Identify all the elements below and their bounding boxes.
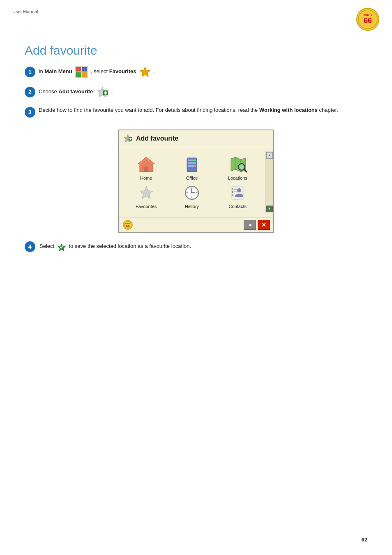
dialog-box: Add favourite Home xyxy=(118,130,274,233)
step-1-text: In Main Menu , select Favourites . xyxy=(39,66,155,78)
svg-line-35 xyxy=(244,169,247,172)
svg-text:66: 66 xyxy=(364,16,372,25)
dialog-item-locations[interactable]: Locations xyxy=(217,155,259,180)
svg-rect-6 xyxy=(82,67,87,72)
step4-text-before: Select xyxy=(39,243,56,249)
svg-rect-48 xyxy=(232,191,233,193)
home-label: Home xyxy=(140,176,152,180)
favourites-star-icon xyxy=(139,66,151,78)
main-menu-icon xyxy=(75,66,88,78)
dialog-item-favourites[interactable]: Favourites xyxy=(125,184,167,209)
dialog-footer-buttons: ◄ ✕ xyxy=(244,220,270,230)
step-2-text: Choose Add favourite . xyxy=(39,86,113,99)
contacts-label: Contacts xyxy=(229,204,247,209)
step-4-circle: 4 xyxy=(25,241,35,252)
dialog-item-history[interactable]: History xyxy=(171,184,213,209)
step-3-text: Decide how to find the favourite you wan… xyxy=(39,106,338,115)
dialog-footer-logo: ROUTE 66 xyxy=(122,220,134,230)
svg-point-27 xyxy=(194,160,195,161)
locations-icon xyxy=(228,155,247,173)
page-title: Add favourite xyxy=(25,44,367,58)
svg-rect-49 xyxy=(232,194,233,196)
favourites-label: Favourites xyxy=(136,204,157,209)
route66-logo: ROUTE 66 xyxy=(356,7,380,31)
page-header: User Manual ROUTE 66 xyxy=(0,0,392,31)
step1-text-middle: , select xyxy=(91,68,109,74)
svg-rect-21 xyxy=(145,167,148,172)
svg-marker-36 xyxy=(140,186,153,199)
dialog-body: Home Offi xyxy=(119,147,273,217)
step1-favourites-label: Favourites xyxy=(109,68,136,74)
scroll-down-button[interactable]: ▼ xyxy=(266,206,273,212)
step4-text-after: to save the selected location as a favou… xyxy=(69,243,191,249)
svg-point-50 xyxy=(237,188,241,192)
dialog-title-text: Add favourite xyxy=(136,135,178,142)
svg-marker-11 xyxy=(140,67,150,77)
step1-text-before: In xyxy=(39,68,44,74)
step-3-row: 3 Decide how to find the favourite you w… xyxy=(25,106,367,121)
dialog-container: Add favourite Home xyxy=(25,130,367,233)
dialog-title-icon xyxy=(123,134,133,143)
step1-text-after: . xyxy=(154,68,156,74)
history-icon xyxy=(182,184,202,202)
user-manual-label: User Manual xyxy=(12,9,38,14)
locations-label: Locations xyxy=(228,176,247,180)
step2-add-fav-label: Add favourite xyxy=(58,88,93,95)
dialog-footer: ROUTE 66 ◄ ✕ xyxy=(119,217,273,232)
checkmark-icon xyxy=(57,242,66,251)
svg-text:ROUTE: ROUTE xyxy=(363,14,373,16)
dialog-items-grid: Home Offi xyxy=(119,151,265,213)
svg-point-29 xyxy=(194,165,195,166)
svg-rect-15 xyxy=(104,92,107,94)
svg-rect-47 xyxy=(232,188,233,190)
svg-rect-19 xyxy=(129,138,132,139)
step-2-row: 2 Choose Add favourite . xyxy=(25,86,367,99)
dialog-item-office[interactable]: Office xyxy=(171,155,213,180)
svg-point-28 xyxy=(194,162,195,164)
svg-point-45 xyxy=(191,192,192,193)
dialog-item-home[interactable]: Home xyxy=(125,155,167,180)
step-2-circle: 2 xyxy=(25,87,35,97)
step-4-row: 4 Select to save the selected location a… xyxy=(25,241,367,252)
svg-rect-8 xyxy=(82,72,87,77)
step1-main-menu-label: Main Menu xyxy=(44,68,72,74)
back-button[interactable]: ◄ xyxy=(244,220,256,230)
close-button[interactable]: ✕ xyxy=(258,220,270,230)
add-favourite-icon xyxy=(96,86,109,99)
office-icon xyxy=(182,155,202,173)
page-number: 62 xyxy=(362,536,367,543)
step-4-text: Select to save the selected location as … xyxy=(39,242,191,251)
dialog-scrollbar: ▲ ▼ xyxy=(265,151,273,213)
step2-text-after: . xyxy=(111,88,113,95)
step2-text-before: Choose xyxy=(39,88,58,95)
svg-point-34 xyxy=(240,165,244,169)
svg-text:66: 66 xyxy=(126,224,130,228)
page-content: Add favourite 1 In Main Menu , select Fa… xyxy=(0,31,392,268)
step-1-row: 1 In Main Menu , select Favourites . xyxy=(25,66,367,78)
history-label: History xyxy=(185,204,199,209)
scroll-up-button[interactable]: ▲ xyxy=(266,152,273,159)
step-1-circle: 1 xyxy=(25,67,35,77)
svg-rect-7 xyxy=(76,72,81,77)
step3-text-after: chapter. xyxy=(318,107,338,113)
step-3-circle: 3 xyxy=(25,107,35,118)
office-label: Office xyxy=(186,176,198,180)
step3-text-main: Decide how to find the favourite you wan… xyxy=(39,107,259,113)
dialog-item-contacts[interactable]: Contacts xyxy=(217,184,259,209)
contacts-icon xyxy=(228,184,247,202)
home-icon xyxy=(136,155,156,173)
favourites-icon xyxy=(136,184,156,202)
svg-rect-46 xyxy=(232,186,243,199)
dialog-titlebar: Add favourite xyxy=(119,130,273,147)
svg-rect-5 xyxy=(76,67,81,72)
step3-bold: Working with locations xyxy=(259,107,318,113)
